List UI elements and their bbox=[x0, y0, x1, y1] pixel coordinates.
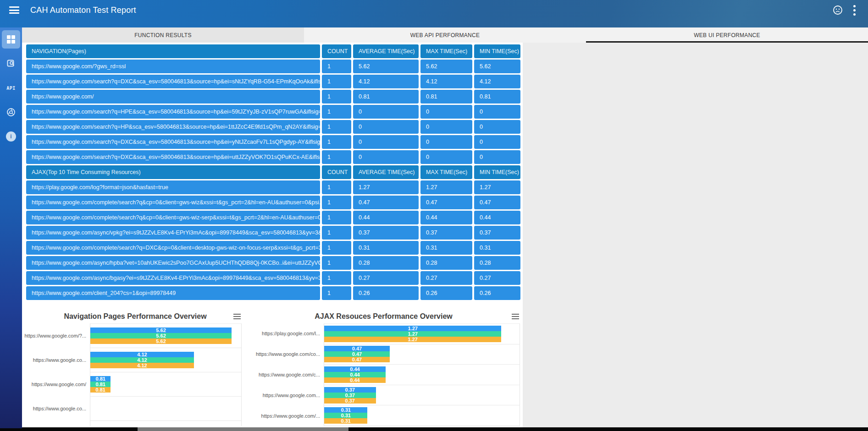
url-cell[interactable]: https://www.google.com/async/bgasy?ei=s9… bbox=[26, 271, 320, 285]
url-cell[interactable]: https://www.google.com/?gws_rd=ssl bbox=[26, 60, 320, 73]
chart-menu-icon[interactable] bbox=[512, 314, 519, 319]
url-cell[interactable]: https://www.google.com/async/vpkg?ei=s9t… bbox=[26, 226, 320, 240]
chart-bar-orange: 4.12 bbox=[90, 363, 194, 368]
chart-category-label: https://www.google.co... bbox=[26, 396, 90, 420]
kebab-menu-icon[interactable] bbox=[853, 5, 856, 16]
chart-bar-blue: 0.31 bbox=[324, 407, 367, 413]
chart-bar-group: 0.810.810.81 bbox=[90, 372, 241, 397]
chart-labels-column: https://www.google.com/?...https://www.g… bbox=[26, 323, 90, 426]
column-header-cell: MAX TIME(Sec) bbox=[420, 165, 472, 179]
url-cell[interactable]: https://www.google.com/ bbox=[26, 90, 320, 104]
table-row: https://www.google.com/async/bgasy?ei=s9… bbox=[26, 271, 520, 285]
page-search-icon bbox=[6, 59, 16, 69]
url-cell[interactable]: https://www.google.com/complete/search?q… bbox=[26, 241, 320, 255]
chart-bar-green: 0.31 bbox=[324, 413, 367, 418]
url-cell[interactable]: https://www.google.com/search?q=DXC&sca_… bbox=[26, 150, 320, 164]
sidebar: API i bbox=[0, 27, 22, 428]
url-cell[interactable]: https://www.google.com/search?q=DXC&sca_… bbox=[26, 75, 320, 88]
tab-web-ui-performance[interactable]: WEB UI PERFORMANCE bbox=[586, 27, 868, 43]
chart-plot-area: https://www.google.com/?...https://www.g… bbox=[26, 323, 242, 426]
min-time-cell: 0.37 bbox=[474, 226, 520, 240]
chart-category-label: https://www.google.com/... bbox=[244, 405, 324, 426]
count-cell: 1 bbox=[322, 90, 351, 104]
chart-bar-green: 0.37 bbox=[324, 393, 376, 398]
info-icon: i bbox=[6, 131, 16, 142]
table-row: https://www.google.com/search?q=HP&sca_e… bbox=[26, 120, 520, 134]
url-cell[interactable]: https://www.google.com/search?q=HP&sca_e… bbox=[26, 120, 320, 134]
max-time-cell: 0.81 bbox=[420, 90, 472, 104]
avg-time-cell: 4.12 bbox=[353, 75, 419, 88]
sidebar-item-browser[interactable] bbox=[2, 103, 20, 121]
avg-time-cell: 0.44 bbox=[353, 211, 419, 224]
avg-time-cell: 0.26 bbox=[353, 286, 419, 300]
chart-menu-icon[interactable] bbox=[233, 314, 241, 319]
avg-time-cell: 1.27 bbox=[353, 180, 419, 194]
url-cell[interactable]: https://play.google.com/log?format=json&… bbox=[26, 180, 320, 194]
avg-time-cell: 0.47 bbox=[353, 196, 419, 209]
chart-bar-orange: 1.27 bbox=[324, 337, 501, 342]
chart-bar-orange: 0.44 bbox=[324, 377, 386, 383]
section-title-cell: NAVIGATION(Pages) bbox=[26, 44, 320, 58]
count-cell: 1 bbox=[322, 286, 351, 300]
section-title-cell: AJAX(Top 10 Time Consuming Resources) bbox=[26, 165, 320, 179]
min-time-cell: 0.31 bbox=[474, 241, 520, 255]
chart-bar-green: 1.27 bbox=[324, 331, 501, 337]
chart-bar-group: 4.124.124.12 bbox=[90, 348, 241, 372]
app-window: CAH Automaton Test Report bbox=[0, 0, 868, 431]
url-cell[interactable]: https://www.google.com/search?q=DXC&sca_… bbox=[26, 135, 320, 149]
chart-bar-blue: 1.27 bbox=[324, 326, 501, 331]
tab-function-results[interactable]: FUNCTION RESULTS bbox=[22, 27, 304, 43]
url-cell[interactable]: https://www.google.com/complete/search?q… bbox=[26, 211, 320, 224]
max-time-cell: 1.27 bbox=[420, 180, 472, 194]
sad-face-icon[interactable] bbox=[832, 5, 843, 16]
count-cell: 1 bbox=[322, 196, 351, 209]
avg-time-cell: 0.81 bbox=[353, 90, 419, 104]
count-cell: 1 bbox=[322, 211, 351, 224]
table-row: https://www.google.com/10.810.810.81 bbox=[26, 90, 520, 104]
table-row: https://www.google.com/search?q=DXC&sca_… bbox=[26, 75, 520, 88]
scrollbar-thumb[interactable] bbox=[138, 427, 348, 431]
chart-bar-orange: 0.37 bbox=[324, 398, 376, 404]
column-header-cell: AVERAGE TIME(Sec) bbox=[353, 44, 419, 58]
chart-bar-orange: 0.47 bbox=[324, 357, 390, 362]
chart-bar-green: 0.47 bbox=[324, 351, 390, 357]
url-cell[interactable]: https://www.google.com/async/hpba?vet=10… bbox=[26, 256, 320, 270]
max-time-cell: 5.62 bbox=[420, 60, 472, 73]
table-row: https://www.google.com/search?q=HPE&sca_… bbox=[26, 105, 520, 119]
chart-bar-blue: 5.62 bbox=[90, 327, 232, 333]
avg-time-cell: 0 bbox=[353, 120, 419, 134]
results-table: NAVIGATION(Pages)COUNTAVERAGE TIME(Sec)M… bbox=[26, 44, 520, 301]
chart-bar-green: 4.12 bbox=[90, 357, 194, 363]
tab-web-api-performance[interactable]: WEB API PERFORMANCE bbox=[304, 27, 586, 43]
table-row: https://www.google.com/search?q=DXC&sca_… bbox=[26, 150, 520, 164]
sidebar-item-dashboard[interactable] bbox=[2, 30, 20, 49]
min-time-cell: 0 bbox=[474, 120, 520, 134]
url-cell[interactable]: https://www.google.com/search?q=HPE&sca_… bbox=[26, 105, 320, 119]
chart-bar-group: 0.370.370.37 bbox=[324, 385, 520, 406]
right-empty-panel bbox=[523, 43, 868, 428]
hamburger-icon[interactable] bbox=[9, 6, 19, 14]
min-time-cell: 0.44 bbox=[474, 211, 520, 224]
sidebar-item-api[interactable]: API bbox=[2, 79, 20, 97]
chart-bar-orange: 0.31 bbox=[324, 418, 367, 424]
chart-category-label: https://play.google.com/l... bbox=[244, 323, 324, 344]
chart-labels-column: https://play.google.com/l...https://www.… bbox=[244, 323, 324, 426]
chart-bar-blue: 0.81 bbox=[90, 376, 111, 382]
min-time-cell: 0.26 bbox=[474, 286, 520, 300]
chart-bars-column: 1.271.271.270.470.470.470.440.440.440.37… bbox=[324, 323, 520, 426]
sidebar-item-info[interactable]: i bbox=[2, 127, 20, 146]
chart-bars-column: 5.625.625.624.124.124.120.810.810.81 bbox=[90, 323, 242, 426]
sidebar-item-page-results[interactable] bbox=[2, 55, 20, 73]
max-time-cell: 0.47 bbox=[420, 196, 472, 209]
chart-category-label: https://www.google.com/?... bbox=[26, 323, 90, 348]
avg-time-cell: 5.62 bbox=[353, 60, 419, 73]
url-cell[interactable]: https://www.google.com/client_204?cs=1&o… bbox=[26, 286, 320, 300]
max-time-cell: 0.27 bbox=[420, 271, 472, 285]
count-cell: 1 bbox=[322, 180, 351, 194]
max-time-cell: 0.31 bbox=[420, 241, 472, 255]
min-time-cell: 1.27 bbox=[474, 180, 520, 194]
column-header-cell: MIN TIME(Sec) bbox=[474, 44, 520, 58]
max-time-cell: 0.37 bbox=[420, 226, 472, 240]
chart-bar-blue: 0.44 bbox=[324, 366, 386, 372]
url-cell[interactable]: https://www.google.com/complete/search?q… bbox=[26, 196, 320, 209]
